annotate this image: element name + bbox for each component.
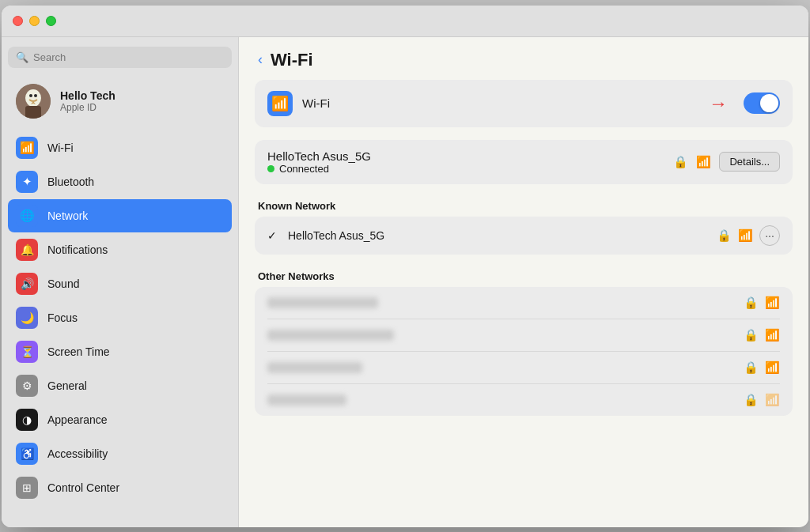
user-subtitle: Apple ID <box>60 102 115 113</box>
known-network-name: HelloTech Asus_5G <box>288 229 709 242</box>
sidebar-item-screen-time[interactable]: ⏳ Screen Time <box>8 335 232 368</box>
blurred-network-name <box>267 330 394 341</box>
other-networks-section: Other Networks 🔒 📶 <box>255 267 793 416</box>
focus-icon: 🌙 <box>16 307 38 329</box>
connected-network-row: HelloTech Asus_5G Connected 🔒 📶 Details.… <box>255 140 793 184</box>
minimize-button[interactable] <box>29 16 40 26</box>
accessibility-icon: ♿ <box>16 443 38 465</box>
other-network-item-2[interactable]: 🔒 📶 <box>255 319 793 351</box>
sidebar-item-appearance[interactable]: ◑ Appearance <box>8 403 232 436</box>
sidebar-item-label: Wi-Fi <box>47 141 74 154</box>
network-icon: 🌐 <box>16 205 38 227</box>
appearance-icon: ◑ <box>16 409 38 431</box>
other-network-item-1[interactable]: 🔒 📶 <box>255 287 793 319</box>
wifi-toggle-label: Wi-Fi <box>302 96 699 110</box>
blurred-network-name <box>267 297 378 308</box>
sidebar-item-label: Appearance <box>47 413 108 426</box>
other-network-icons: 🔒 📶 <box>744 296 780 310</box>
wifi-signal-icon: 📶 <box>696 155 711 169</box>
lock-icon: 🔒 <box>717 228 732 243</box>
known-network-icons: 🔒 📶 ··· <box>717 225 780 246</box>
search-icon: 🔍 <box>16 51 28 63</box>
connected-network-card: HelloTech Asus_5G Connected 🔒 📶 Details.… <box>255 140 793 184</box>
other-networks-card: 🔒 📶 🔒 📶 <box>255 287 793 416</box>
blurred-network-name <box>267 362 362 373</box>
bluetooth-icon: ✦ <box>16 171 38 193</box>
sidebar-item-label: Notifications <box>47 243 108 256</box>
svg-point-4 <box>34 94 37 97</box>
sidebar: 🔍 <box>2 37 239 527</box>
lock-icon: 🔒 <box>744 328 759 342</box>
wifi-main-icon: 📶 <box>267 91 293 116</box>
notifications-icon: 🔔 <box>16 239 38 261</box>
search-input[interactable] <box>33 51 224 63</box>
sidebar-item-label: Network <box>47 209 88 222</box>
user-profile[interactable]: Hello Tech Apple ID <box>8 77 232 125</box>
lock-icon: 🔒 <box>744 360 759 375</box>
other-network-item-4[interactable]: 🔒 📶 <box>255 384 793 416</box>
wifi-signal-icon: 📶 <box>738 228 753 243</box>
sidebar-item-label: Accessibility <box>47 447 108 460</box>
details-button[interactable]: Details... <box>719 152 780 172</box>
lock-icon: 🔒 <box>744 296 759 310</box>
sidebar-item-sound[interactable]: 🔊 Sound <box>8 267 232 300</box>
main-panel: ‹ Wi-Fi 📶 Wi-Fi → <box>239 37 808 527</box>
wifi-icon: 📶 <box>16 137 38 159</box>
sidebar-item-focus[interactable]: 🌙 Focus <box>8 301 232 334</box>
other-network-item-3[interactable]: 🔒 📶 <box>255 352 793 383</box>
wifi-signal-icon: 📶 <box>765 328 780 342</box>
known-network-item[interactable]: ✓ HelloTech Asus_5G 🔒 📶 ··· <box>255 217 793 255</box>
back-chevron-icon: ‹ <box>258 51 263 68</box>
content-area: 🔍 <box>2 37 808 527</box>
other-network-icons: 🔒 📶 <box>744 393 780 407</box>
panel-header: ‹ Wi-Fi <box>239 37 808 80</box>
other-network-icons: 🔒 📶 <box>744 360 780 375</box>
traffic-lights <box>13 16 56 26</box>
sidebar-item-wifi[interactable]: 📶 Wi-Fi <box>8 131 232 164</box>
known-network-card: ✓ HelloTech Asus_5G 🔒 📶 ··· <box>255 217 793 255</box>
green-dot-icon <box>267 165 274 172</box>
connected-status: Connected <box>267 163 673 175</box>
known-network-label: Known Network <box>255 197 793 217</box>
wifi-toggle-card: 📶 Wi-Fi → <box>255 80 793 127</box>
connected-network-name: HelloTech Asus_5G <box>267 149 673 163</box>
wifi-toggle-switch[interactable] <box>744 92 780 114</box>
sidebar-item-network[interactable]: 🌐 Network <box>8 199 232 232</box>
title-bar <box>2 6 808 37</box>
red-arrow-icon: → <box>709 92 728 115</box>
maximize-button[interactable] <box>46 16 56 26</box>
sidebar-item-notifications[interactable]: 🔔 Notifications <box>8 233 232 266</box>
control-center-icon: ⊞ <box>16 477 38 499</box>
svg-rect-5 <box>25 106 41 119</box>
svg-point-3 <box>29 94 32 97</box>
panel-content: 📶 Wi-Fi → HelloTech Asus_5G <box>239 80 808 432</box>
page-title: Wi-Fi <box>271 50 313 70</box>
more-options-button[interactable]: ··· <box>759 225 780 246</box>
user-name: Hello Tech <box>60 89 115 102</box>
lock-icon: 🔒 <box>744 393 759 407</box>
wifi-signal-icon: 📶 <box>765 296 780 310</box>
wifi-signal-icon: 📶 <box>765 393 780 407</box>
sidebar-item-label: Control Center <box>47 481 119 494</box>
checkmark-icon: ✓ <box>267 229 280 242</box>
wifi-signal-icon: 📶 <box>765 360 780 375</box>
close-button[interactable] <box>13 16 23 26</box>
sidebar-item-accessibility[interactable]: ♿ Accessibility <box>8 437 232 470</box>
sidebar-item-label: General <box>47 379 87 392</box>
avatar <box>16 84 51 119</box>
search-bar[interactable]: 🔍 <box>8 47 232 68</box>
sidebar-item-bluetooth[interactable]: ✦ Bluetooth <box>8 165 232 198</box>
user-info: Hello Tech Apple ID <box>60 89 115 113</box>
sound-icon: 🔊 <box>16 273 38 295</box>
back-button[interactable]: ‹ <box>258 51 263 68</box>
general-icon: ⚙ <box>16 375 38 397</box>
other-networks-label: Other Networks <box>255 267 793 287</box>
sidebar-item-control-center[interactable]: ⊞ Control Center <box>8 471 232 504</box>
lock-icon: 🔒 <box>673 155 688 169</box>
sidebar-item-general[interactable]: ⚙ General <box>8 369 232 402</box>
sidebar-item-label: Focus <box>47 311 78 324</box>
connected-status-text: Connected <box>279 163 329 175</box>
app-window: 🔍 <box>2 6 808 527</box>
blurred-network-name <box>267 394 346 406</box>
other-network-icons: 🔒 📶 <box>744 328 780 342</box>
